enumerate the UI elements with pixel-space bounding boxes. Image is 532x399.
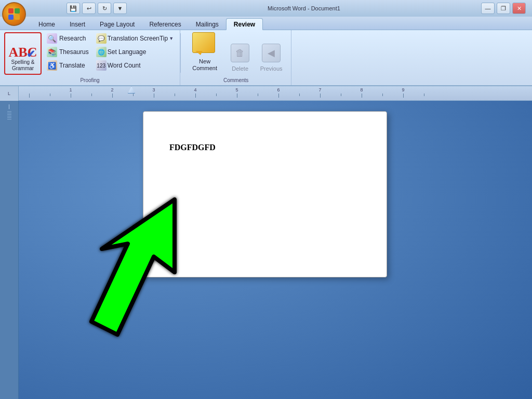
proofing-buttons-col2: 💬 Translation ScreenTip ▼ 🌐 Set Language… xyxy=(94,32,176,72)
tab-references[interactable]: References xyxy=(142,19,188,30)
tab-review[interactable]: Review xyxy=(226,18,263,30)
translation-screentip-button[interactable]: 💬 Translation ScreenTip ▼ xyxy=(94,32,176,45)
new-comment-icon xyxy=(192,32,217,52)
document-content[interactable]: FDGFDGFD xyxy=(169,143,361,152)
undo-button[interactable]: ↩ xyxy=(82,3,96,14)
thesaurus-button[interactable]: 📚 Thesaurus xyxy=(45,46,91,58)
document-page[interactable]: FDGFDGFD xyxy=(143,111,387,277)
main-area: | FDGFDGFD xyxy=(0,101,532,399)
document-area[interactable]: FDGFDGFD xyxy=(19,101,532,399)
set-language-icon: 🌐 xyxy=(96,47,107,57)
save-button[interactable]: 💾 xyxy=(66,3,80,14)
tab-insert[interactable]: Insert xyxy=(62,19,92,30)
delete-icon: 🗑 xyxy=(231,44,249,62)
ribbon-tabs: Home Insert Page Layout References Maili… xyxy=(0,17,532,30)
sidebar-tick-4 xyxy=(7,116,11,116)
sidebar-tick-6 xyxy=(7,119,11,119)
delete-comment-button[interactable]: 🗑 Delete xyxy=(227,32,254,74)
comments-group: New Comment 🗑 Delete ◀ Previous Comments xyxy=(181,30,291,85)
close-button[interactable]: ✕ xyxy=(512,3,526,14)
window-title: Microsoft Word - Document1 xyxy=(130,5,478,11)
proofing-label: Proofing xyxy=(0,77,180,83)
ruler-corner[interactable]: L xyxy=(0,86,19,101)
spelling-label: Spelling & Grammar xyxy=(11,59,34,72)
customize-qat-button[interactable]: ▼ xyxy=(113,3,127,14)
new-comment-button[interactable]: New Comment xyxy=(187,32,222,74)
comments-label: Comments xyxy=(181,77,291,83)
spelling-grammar-button[interactable]: ABC ✔ Spelling & Grammar xyxy=(4,32,42,75)
thesaurus-icon: 📚 xyxy=(47,47,57,57)
sidebar-tick-1 xyxy=(7,111,11,112)
screentip-icon: 💬 xyxy=(96,33,107,44)
quick-access-toolbar: 💾 ↩ ↻ ▼ xyxy=(34,3,127,14)
dropdown-arrow-icon: ▼ xyxy=(169,36,174,41)
proofing-buttons-col: 🔍 Research 📚 Thesaurus ♿ Translate xyxy=(45,32,91,72)
previous-comment-button[interactable]: ◀ Previous xyxy=(258,32,285,74)
office-button[interactable] xyxy=(2,2,26,26)
research-icon: 🔍 xyxy=(47,33,57,44)
page-sidebar: | xyxy=(0,101,19,399)
tab-page-layout[interactable]: Page Layout xyxy=(92,19,142,30)
new-comment-label: New Comment xyxy=(192,58,217,72)
translate-button[interactable]: ♿ Translate xyxy=(45,59,91,72)
title-bar: 💾 ↩ ↻ ▼ Microsoft Word - Document1 — ❐ ✕ xyxy=(0,0,532,17)
proofing-group: ABC ✔ Spelling & Grammar 🔍 Research 📚 Th… xyxy=(0,30,180,85)
restore-button[interactable]: ❐ xyxy=(497,3,510,14)
redo-button[interactable]: ↻ xyxy=(98,3,111,14)
sidebar-ruler: | xyxy=(7,103,10,110)
horizontal-ruler: // Will be populated by JS 123456789 xyxy=(19,86,532,100)
tab-mailings[interactable]: Mailings xyxy=(189,19,226,30)
delete-label: Delete xyxy=(232,65,248,72)
word-count-icon: 123 xyxy=(96,60,107,71)
sidebar-tick-2 xyxy=(7,113,11,113)
checkmark-icon: ✔ xyxy=(26,48,35,60)
translate-icon: ♿ xyxy=(47,60,57,71)
sidebar-tick-5 xyxy=(7,117,11,118)
tab-home[interactable]: Home xyxy=(31,19,62,30)
ribbon-body: ABC ✔ Spelling & Grammar 🔍 Research 📚 Th… xyxy=(0,30,532,86)
previous-label: Previous xyxy=(260,65,283,72)
minimize-button[interactable]: — xyxy=(481,3,495,14)
ruler-indent-marker[interactable] xyxy=(128,86,135,94)
sidebar-tick-3 xyxy=(7,114,11,115)
word-count-button[interactable]: 123 Word Count xyxy=(94,59,176,72)
ruler-area: L // Will be populated by JS 123456789 xyxy=(0,86,532,101)
research-button[interactable]: 🔍 Research xyxy=(45,32,91,45)
set-language-button[interactable]: 🌐 Set Language xyxy=(94,46,176,58)
previous-icon: ◀ xyxy=(262,44,281,62)
